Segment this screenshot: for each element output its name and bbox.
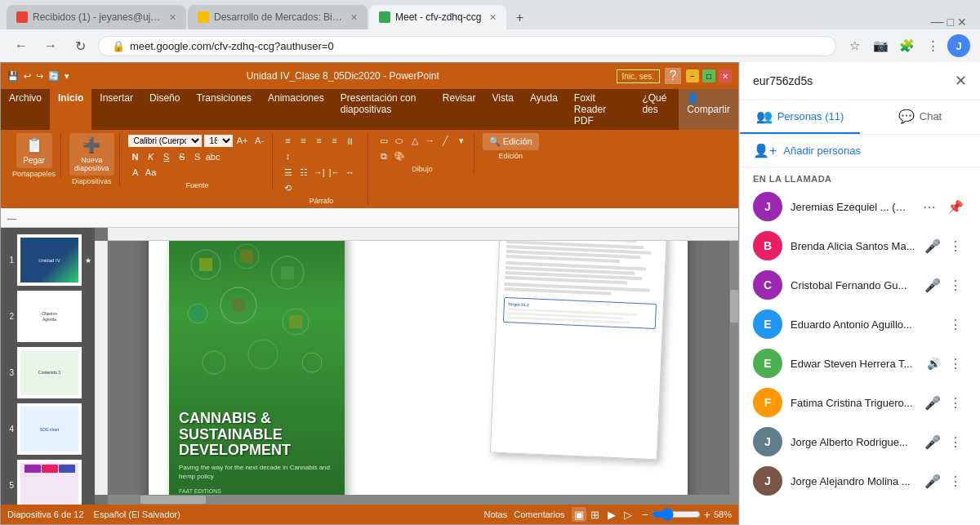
normal-view-button[interactable]: ▣ — [572, 507, 586, 522]
zoom-slider[interactable] — [652, 508, 701, 521]
align-right-button[interactable]: ≡ — [312, 133, 327, 148]
ribbon-tab-animaciones[interactable]: Animaciones — [260, 89, 332, 130]
back-button[interactable]: ← — [10, 34, 33, 57]
profile-avatar[interactable]: J — [947, 34, 970, 57]
charspacing-button[interactable]: abc — [206, 149, 220, 164]
bookmark-button[interactable]: ☆ — [843, 34, 866, 57]
decrease-font-button[interactable]: A- — [252, 133, 267, 148]
numbered-button[interactable]: ☷ — [296, 165, 311, 180]
ribbon-tab-compartir[interactable]: 👤 Compartir — [679, 89, 738, 130]
ppt-close-button[interactable]: ✕ — [719, 69, 732, 82]
nueva-diapositiva-button[interactable]: ➕ Nueva diapositiva — [69, 133, 114, 176]
camera-button[interactable]: 📷 — [869, 34, 892, 57]
maximize-button[interactable]: □ — [947, 16, 954, 29]
new-tab-button[interactable]: + — [508, 7, 531, 29]
slideshow-button[interactable]: ▷ — [621, 507, 635, 522]
increase-font-button[interactable]: A+ — [235, 133, 250, 148]
align-left-button[interactable]: ≡ — [281, 133, 296, 148]
bullet-button[interactable]: ☰ — [281, 165, 296, 180]
extensions-button[interactable]: 🧩 — [895, 34, 918, 57]
convert-button[interactable]: ⟲ — [281, 180, 296, 195]
h-scroll-thumb[interactable] — [140, 496, 206, 504]
ribbon-tab-archivo[interactable]: Archivo — [1, 89, 50, 130]
aa-button[interactable]: Aa — [144, 165, 158, 180]
ribbon-tab-presentacion[interactable]: Presentación con diapositivas — [332, 89, 434, 130]
pin-jeremias[interactable]: 📌 — [944, 195, 967, 218]
ribbon-tab-ayuda[interactable]: Ayuda — [522, 89, 566, 130]
horizontal-scrollbar[interactable] — [108, 495, 738, 505]
more-shapes[interactable]: ▾ — [454, 133, 469, 148]
scroll-thumb[interactable] — [730, 290, 738, 323]
bold-button[interactable]: N — [128, 149, 143, 164]
tab-meet[interactable]: Meet - cfv-zdhq-ccg ✕ — [369, 5, 506, 29]
font-size-select[interactable]: 18 — [204, 135, 233, 147]
ribbon-tab-quedes[interactable]: ¿Qué des — [634, 89, 679, 130]
quick-styles[interactable]: 🎨 — [392, 149, 407, 163]
pegar-button[interactable]: 📋 Pegar — [16, 133, 52, 168]
autosave-icon[interactable]: 🔄 — [48, 71, 60, 82]
vertical-scrollbar[interactable] — [728, 241, 738, 495]
ribbon-tab-inicio[interactable]: Inicio — [50, 89, 91, 130]
slide-thumb-1[interactable]: Unidad IV — [17, 234, 82, 286]
more-options-edwar[interactable]: ⋮ — [944, 352, 967, 375]
more-button[interactable]: ⋮ — [921, 34, 944, 57]
undo-icon[interactable]: ↩ — [24, 71, 31, 82]
decrease-indent-button[interactable]: |← — [327, 165, 342, 180]
ppt-maximize-button[interactable]: □ — [702, 69, 715, 82]
tab-slides[interactable]: Desarrollo de Mercados: Bioenerg... ✕ — [188, 5, 368, 29]
more-options-brenda[interactable]: ⋮ — [944, 234, 967, 257]
font-family-select[interactable]: Calibri (Cuerpo) — [128, 135, 202, 147]
more-options-jorge-a[interactable]: ⋮ — [944, 430, 967, 453]
ribbon-tab-revisar[interactable]: Revisar — [434, 89, 484, 130]
line-spacing-button[interactable]: ↕ — [281, 149, 296, 163]
add-people-button[interactable]: 👤+ Añadir personas — [740, 135, 980, 167]
redo-icon[interactable]: ↪ — [36, 71, 43, 82]
tab-personas[interactable]: 👥 Personas (11) — [740, 100, 860, 134]
text-direction-button[interactable]: ↔ — [343, 165, 358, 180]
triangle-shape[interactable]: △ — [408, 133, 422, 148]
oval-shape[interactable]: ⬭ — [392, 133, 407, 148]
inic-session-button[interactable]: Inic. ses. — [617, 69, 660, 83]
tab-gmail-close[interactable]: ✕ — [169, 12, 176, 23]
slide-thumb-2[interactable]: ObjetivoAgenda — [17, 291, 82, 342]
tab-gmail[interactable]: Recibidos (1) - jeyanes@ujmd.ed... ✕ — [7, 5, 186, 29]
ribbon-tab-diseno[interactable]: Diseño — [141, 89, 188, 130]
columns-button[interactable]: ⫼ — [343, 133, 358, 148]
justify-button[interactable]: ≡ — [327, 133, 342, 148]
ppt-help-icon[interactable]: ? — [665, 68, 681, 84]
close-browser-button[interactable]: ✕ — [957, 16, 967, 29]
slide-panel[interactable]: 1 Unidad IV ★ 2 ObjetivoAgenda — [1, 228, 95, 505]
save-icon[interactable]: 💾 — [7, 71, 19, 82]
strikethrough-button[interactable]: S — [175, 149, 189, 164]
more-options-eduardo[interactable]: ⋮ — [944, 313, 967, 336]
ribbon-tab-transiciones[interactable]: Transiciones — [188, 89, 260, 130]
slide-sorter-button[interactable]: ⊞ — [588, 507, 603, 522]
reading-view-button[interactable]: ▶ — [604, 507, 619, 522]
ribbon-tab-foxit[interactable]: Foxit Reader PDF — [566, 89, 635, 130]
ribbon-tab-vista[interactable]: Vista — [484, 89, 522, 130]
slide-thumb-4[interactable]: SDG chart — [17, 403, 82, 455]
tab-chat[interactable]: 💬 Chat — [860, 100, 980, 134]
refresh-button[interactable]: ↻ — [69, 34, 91, 57]
underline-button[interactable]: S — [159, 149, 174, 164]
tab-meet-close[interactable]: ✕ — [489, 12, 497, 23]
minimize-button[interactable]: — — [931, 15, 944, 29]
zoom-out-button[interactable]: − — [642, 508, 648, 521]
forward-button[interactable]: → — [39, 34, 62, 57]
notes-button[interactable]: Notas — [483, 509, 507, 519]
more-options-jorge-aj[interactable]: ⋮ — [944, 469, 967, 492]
ppt-minimize-button[interactable]: − — [686, 69, 699, 82]
arrow-shape[interactable]: → — [423, 133, 438, 148]
slide-thumb-3[interactable]: Contenido 3 — [17, 347, 82, 398]
edicion-button[interactable]: 🔍 Edición — [483, 133, 539, 150]
slide-main-area[interactable]: UJMD UNIVERSIDADJOSÉ MATÍASDELGADO — [108, 241, 728, 495]
line-shape[interactable]: ╱ — [439, 133, 453, 148]
url-bar[interactable]: 🔒 meet.google.com/cfv-zdhq-ccg?authuser=… — [98, 36, 836, 56]
arrange-button[interactable]: ⧉ — [376, 149, 391, 163]
more-options-fatima[interactable]: ⋮ — [944, 391, 967, 414]
more-options-jeremias[interactable]: ⋯ — [918, 195, 941, 218]
comments-button[interactable]: Comentarios — [514, 509, 564, 519]
zoom-in-button[interactable]: + — [704, 508, 710, 521]
italic-button[interactable]: K — [144, 149, 158, 164]
rectangle-shape[interactable]: ▭ — [376, 133, 391, 148]
